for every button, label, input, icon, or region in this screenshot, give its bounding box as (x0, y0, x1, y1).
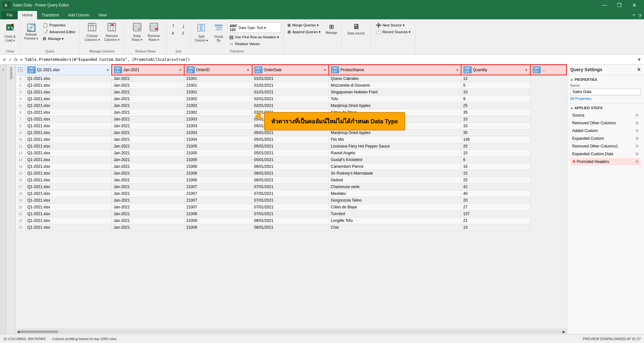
formula-input[interactable]: = Table.PromoteHeaders(#"Expanded Custom… (20, 57, 634, 62)
table-cell[interactable]: 02/01/2021 (252, 96, 329, 102)
table-cell[interactable]: Jan-2021 (112, 82, 185, 89)
table-cell[interactable]: Jan-2021 (112, 204, 185, 211)
formula-collapse-button[interactable]: ▼ (637, 57, 641, 62)
table-cell[interactable]: 05/01/2021 (252, 157, 329, 163)
applied-step-item[interactable]: Removed Other Columns⚙ (570, 119, 641, 127)
query-name-input[interactable] (570, 88, 641, 95)
merge-queries-button[interactable]: ⊕ Merge Queries ▾ (285, 22, 323, 28)
table-cell[interactable]: 08/01/2021 (252, 224, 329, 231)
scroll-thumb[interactable] (20, 330, 58, 333)
table-cell[interactable]: Maxilaku (329, 190, 461, 197)
table-cell[interactable]: Singaporean Hokkien Fried (329, 89, 461, 96)
queries-panel-label[interactable]: Queries (9, 67, 13, 80)
table-cell[interactable]: Q1-2021.xlsx (25, 224, 112, 231)
table-cell[interactable]: 21 (461, 217, 530, 224)
table-cell[interactable]: 01/01/2021 (252, 75, 329, 82)
formula-cancel-icon[interactable]: ✕ (3, 57, 6, 62)
table-cell[interactable]: 35 (461, 129, 530, 136)
table-cell[interactable]: 25 (461, 102, 530, 109)
table-cell[interactable]: 06/01/2021 (252, 170, 329, 177)
table-cell[interactable]: Jan-2021 (112, 211, 185, 217)
table-cell[interactable]: 21004 (184, 136, 252, 143)
table-cell[interactable]: Q1-2021.xlsx (25, 157, 112, 163)
table-cell[interactable]: Jan-2021 (112, 224, 185, 231)
applied-step-item[interactable]: Added Custom⚙ (570, 127, 641, 134)
table-cell[interactable]: 21003 (184, 129, 252, 136)
refresh-preview-button[interactable]: 🔄 RefreshPreview ▾ (22, 22, 40, 42)
new-source-button[interactable]: ➕ New Source ▾ (374, 22, 412, 28)
table-cell[interactable]: 15 (461, 150, 530, 157)
append-queries-button[interactable]: ⊕ Append Queries ▾ (285, 29, 323, 35)
col-header-orderdate[interactable]: ABC123 OrderDate ▼ (252, 65, 329, 75)
table-cell[interactable]: 06/01/2021 (252, 163, 329, 170)
table-cell[interactable]: Q1-2021.xlsx (25, 163, 112, 170)
table-cell[interactable]: Jan-2021 (112, 136, 185, 143)
table-cell[interactable]: Gustaf's Knckebrd (329, 157, 461, 163)
use-first-row-button[interactable]: ▤ Use First Row as Headers ▾ (227, 34, 281, 40)
table-cell[interactable]: 21002 (184, 109, 252, 116)
col-filter-button[interactable]: ▼ (247, 68, 250, 72)
step-gear-icon[interactable]: ⚙ (635, 144, 639, 148)
table-cell[interactable]: 08/01/2021 (252, 217, 329, 224)
table-cell[interactable]: Q1-2021.xlsx (25, 184, 112, 190)
data-source-button[interactable]: 🖥 Data source (346, 21, 367, 37)
table-cell[interactable]: Q1-2021.xlsx (25, 82, 112, 89)
tab-transform[interactable]: Transform (37, 11, 63, 19)
table-cell[interactable]: Queso Cabrales (329, 75, 461, 82)
step-gear-icon[interactable]: ⚙ (635, 121, 639, 125)
table-cell[interactable]: Ravioli Angelo (329, 150, 461, 157)
table-cell[interactable]: Jan-2021 (112, 143, 185, 150)
table-cell[interactable]: 10 (461, 116, 530, 123)
table-cell[interactable]: Jan-2021 (112, 157, 185, 163)
table-cell[interactable]: 21008 (184, 211, 252, 217)
table-cell[interactable]: Q1-2021.xlsx (25, 177, 112, 184)
help-icon[interactable]: ? (639, 14, 641, 19)
table-cell[interactable]: Jan-2021 (112, 102, 185, 109)
table-cell[interactable]: Manjimup Dried Apples (329, 102, 461, 109)
table-cell[interactable]: Jan-2021 (112, 109, 185, 116)
table-cell[interactable]: 06/01/2021 (252, 177, 329, 184)
table-cell[interactable]: 21009 (184, 224, 252, 231)
sidebar-expand-button[interactable]: › (0, 64, 6, 334)
col-header-jan[interactable]: ABC123 Jan-2021 ▼ (112, 65, 185, 75)
table-cell[interactable]: Jan-2021 (112, 129, 185, 136)
table-cell[interactable]: Jan-2021 (112, 177, 185, 184)
table-cell[interactable]: Chai (329, 224, 461, 231)
table-cell[interactable]: 07/01/2021 (252, 197, 329, 204)
col-filter-button[interactable]: ▼ (525, 68, 528, 72)
applied-step-item[interactable]: ✕Promoted Headers⚙ (570, 158, 641, 165)
table-cell[interactable]: 21003 (184, 123, 252, 129)
applied-step-item[interactable]: Expanded Custom⚙ (570, 135, 641, 142)
replace-values-button[interactable]: ↔ Replace Values (227, 41, 281, 47)
table-cell[interactable]: Q1-2021.xlsx (25, 143, 112, 150)
table-cell[interactable]: 07/01/2021 (252, 190, 329, 197)
table-cell[interactable]: 15 (461, 123, 530, 129)
table-cell[interactable]: Jan-2021 (112, 96, 185, 102)
table-cell[interactable]: Q1-2021.xlsx (25, 129, 112, 136)
table-cell[interactable]: Côtes de Blaye (329, 204, 461, 211)
table-cell[interactable]: Chartreuse verte (329, 184, 461, 190)
table-cell[interactable]: Q1-2021.xlsx (25, 217, 112, 224)
data-table-wrapper[interactable]: ABC123 Q1-2021.xlsx ▼ ABC123 Jan-2021 ▼ (15, 64, 567, 329)
table-cell[interactable]: Jan-2021 (112, 150, 185, 157)
formula-confirm-icon[interactable]: ✓ (8, 57, 12, 62)
table-cell[interactable]: Q1-2021.xlsx (25, 102, 112, 109)
table-cell[interactable]: Q1-2021.xlsx (25, 89, 112, 96)
table-cell[interactable]: Q1-2021.xlsx (25, 190, 112, 197)
table-cell[interactable]: 12 (461, 75, 530, 82)
table-cell[interactable]: 21005 (184, 143, 252, 150)
table-cell[interactable]: 20 (461, 197, 530, 204)
col-filter-button[interactable]: ▼ (323, 68, 327, 72)
table-cell[interactable]: Q1-2021.xlsx (25, 197, 112, 204)
query-settings-close-button[interactable]: ✕ (637, 67, 641, 72)
table-cell[interactable]: 20 (461, 143, 530, 150)
recent-sources-button[interactable]: 🕐 Recent Sources ▾ (374, 29, 412, 35)
table-cell[interactable]: 21002 (184, 96, 252, 102)
table-cell[interactable]: 42 (461, 184, 530, 190)
table-cell[interactable]: 21001 (184, 82, 252, 89)
table-cell[interactable]: Longlife Tofu (329, 217, 461, 224)
table-cell[interactable]: 146 (461, 136, 530, 143)
choose-columns-button[interactable]: ChooseColumns ▾ (82, 21, 101, 43)
table-cell[interactable]: Tofu (329, 96, 461, 102)
table-cell[interactable]: 07/01/2021 (252, 184, 329, 190)
